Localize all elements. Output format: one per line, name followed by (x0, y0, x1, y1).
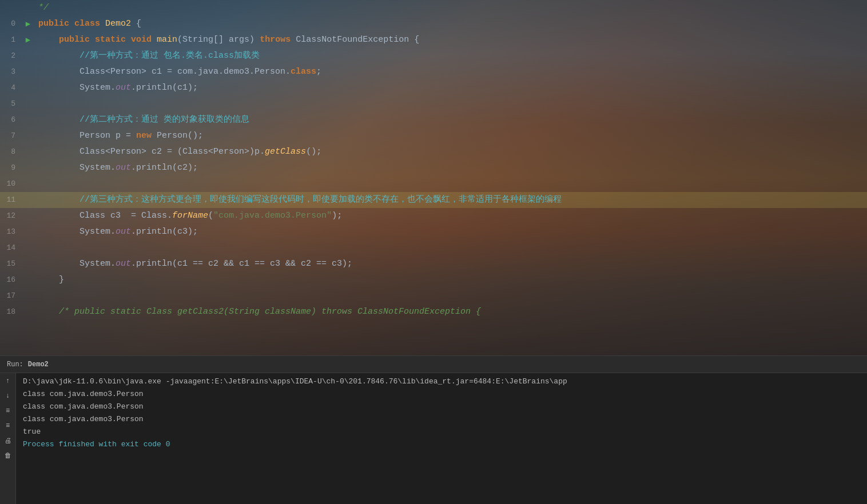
line-number: 3 (0, 64, 20, 80)
code-line-text: //第一种方式：通过 包名.类名.class加载类 (36, 48, 867, 64)
code-line-text: Class<Person> c2 = (Class<Person>)p.getC… (36, 144, 867, 160)
code-line-text: Person p = new Person(); (36, 128, 867, 144)
panel-body: ↑↓≡≡🖨🗑 D:\java\jdk-11.0.6\bin\java.exe -… (0, 373, 867, 504)
line-number: 15 (0, 256, 20, 272)
code-line: 4 System.out.println(c1); (0, 80, 867, 96)
code-line: 5 (0, 96, 867, 112)
line-number: 1 (0, 32, 20, 48)
code-line-text: //第二种方式：通过 类的对象获取类的信息 (36, 112, 867, 128)
panel-tab-demo2[interactable]: Demo2 (28, 361, 49, 369)
panel-header: Run: Demo2 (0, 356, 867, 373)
line-number: 5 (0, 96, 20, 112)
line-number: 16 (0, 272, 20, 288)
line-number: 14 (0, 240, 20, 256)
panel-sidebar-icon[interactable]: 🗑 (2, 450, 14, 461)
code-line-text: /* public static Class getClass2(String … (36, 304, 867, 320)
code-line: 3 Class<Person> c1 = com.java.demo3.Pers… (0, 64, 867, 80)
code-line: */ (0, 0, 867, 16)
panel-sidebar: ↑↓≡≡🖨🗑 (0, 373, 16, 504)
code-line: 10 (0, 176, 867, 192)
line-number: 9 (0, 160, 20, 176)
output-process-line: Process finished with exit code 0 (23, 438, 860, 451)
line-number: 11 (0, 192, 20, 208)
code-line: 11 //第三种方式：这种方式更合理，即使我们编写这段代码时，即使要加载的类不存… (0, 192, 867, 208)
line-number: 2 (0, 48, 20, 64)
line-number: 10 (0, 176, 20, 192)
code-line: 1▶ public static void main(String[] args… (0, 32, 867, 48)
code-line-text: System.out.println(c3); (36, 224, 867, 240)
code-line: 8 Class<Person> c2 = (Class<Person>)p.ge… (0, 144, 867, 160)
panel-sidebar-icon[interactable]: 🖨 (2, 435, 14, 446)
code-line-text: //第三种方式：这种方式更合理，即使我们编写这段代码时，即使要加载的类不存在，也… (36, 192, 867, 208)
line-number: 18 (0, 304, 20, 320)
code-line-text: public class Demo2 { (36, 16, 867, 32)
code-line-text: public static void main(String[] args) t… (36, 32, 867, 48)
code-line: 18 /* public static Class getClass2(Stri… (0, 304, 867, 320)
code-line: 15 System.out.println(c1 == c2 && c1 == … (0, 256, 867, 272)
code-line: 12 Class c3 = Class.forName("com.java.de… (0, 208, 867, 224)
output-result-line: true (23, 426, 860, 438)
line-number: 8 (0, 144, 20, 160)
code-line-text: Class<Person> c1 = com.java.demo3.Person… (36, 64, 867, 80)
code-line-text: */ (36, 0, 867, 16)
code-line-text: System.out.println(c2); (36, 160, 867, 176)
panel-sidebar-icon[interactable]: ↓ (2, 390, 14, 402)
line-number: 17 (0, 288, 20, 304)
line-number: 4 (0, 80, 20, 96)
code-line-text: System.out.println(c1); (36, 80, 867, 96)
line-number: 0 (0, 16, 20, 32)
panel-sidebar-icon[interactable]: ≡ (2, 420, 14, 431)
run-label: Run: (7, 361, 23, 369)
panel-sidebar-icon[interactable]: ↑ (2, 375, 14, 387)
code-line: 9 System.out.println(c2); (0, 160, 867, 176)
run-gutter[interactable]: ▶ (20, 32, 36, 48)
output-result-line: class com.java.demo3.Person (23, 401, 860, 413)
code-line: 2 //第一种方式：通过 包名.类名.class加载类 (0, 48, 867, 64)
code-line: 13 System.out.println(c3); (0, 224, 867, 240)
line-number: 6 (0, 112, 20, 128)
line-number: 12 (0, 208, 20, 224)
code-line: 14 (0, 240, 867, 256)
code-line: 16 } (0, 272, 867, 288)
code-line-text: System.out.println(c1 == c2 && c1 == c3 … (36, 256, 867, 272)
output-cmd-line: D:\java\jdk-11.0.6\bin\java.exe -javaage… (23, 375, 860, 388)
code-line: 17 (0, 288, 867, 304)
code-line-text: } (36, 272, 867, 288)
code-line: 6 //第二种方式：通过 类的对象获取类的信息 (0, 112, 867, 128)
panel-sidebar-icon[interactable]: ≡ (2, 405, 14, 417)
editor-container: */0▶public class Demo2 {1▶ public static… (0, 0, 867, 355)
line-number: 7 (0, 128, 20, 144)
line-number: 13 (0, 224, 20, 240)
run-gutter[interactable]: ▶ (20, 16, 36, 32)
output-result-line: class com.java.demo3.Person (23, 388, 860, 401)
bottom-panel: Run: Demo2 ↑↓≡≡🖨🗑 D:\java\jdk-11.0.6\bin… (0, 355, 867, 504)
panel-output: D:\java\jdk-11.0.6\bin\java.exe -javaage… (16, 373, 867, 504)
code-line-text: Class c3 = Class.forName("com.java.demo3… (36, 208, 867, 224)
code-line: 7 Person p = new Person(); (0, 128, 867, 144)
output-result-line: class com.java.demo3.Person (23, 413, 860, 426)
code-line: 0▶public class Demo2 { (0, 16, 867, 32)
code-content: */0▶public class Demo2 {1▶ public static… (0, 0, 867, 320)
